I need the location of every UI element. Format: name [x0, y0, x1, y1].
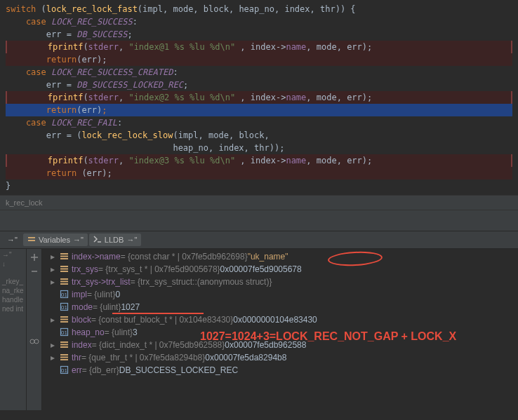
code-line: fprintf(stderr, "index@2 %s %lu %d\n" , …	[6, 91, 512, 104]
variable-row[interactable]: 01impl = {ulint} 0	[45, 288, 515, 301]
svg-rect-15	[60, 281, 68, 283]
variable-row[interactable]: 01heap_no = {ulint} 3	[45, 326, 515, 339]
svg-rect-11	[60, 266, 68, 267]
variable-row[interactable]: 01mode = {ulint} 1027	[45, 301, 515, 313]
svg-rect-0	[28, 237, 35, 238]
code-line: case LOCK_REC_SUCCESS:	[6, 15, 512, 28]
expand-icon[interactable]: ▸	[51, 353, 58, 363]
expand-icon[interactable]: ▸	[51, 315, 58, 325]
svg-rect-30	[60, 357, 68, 358]
svg-rect-16	[60, 283, 68, 285]
variable-row[interactable]: ▸block = {const buf_block_t * | 0x104e83…	[45, 313, 515, 326]
svg-rect-8	[60, 253, 68, 255]
variable-row[interactable]: 01err = {db_err} DB_SUCCESS_LOCKED_REC	[45, 364, 515, 377]
code-line: fprintf(stderr, "index@1 %s %lu %d\n" , …	[6, 41, 512, 53]
debug-tabs: →" Variables →" LLDB →"	[0, 231, 518, 249]
tab-variables[interactable]: Variables →"	[23, 233, 88, 246]
pin-indicator: →"	[3, 234, 22, 245]
primitive-icon: 01	[59, 365, 69, 375]
svg-text:01: 01	[61, 330, 67, 336]
code-line: err = (lock_rec_lock_slow(impl, mode, bl…	[6, 129, 512, 142]
svg-rect-1	[28, 240, 35, 241]
variables-icon	[27, 235, 36, 245]
code-line: fprintf(stderr, "index@3 %s %lu %d\n" , …	[6, 154, 512, 167]
svg-rect-28	[60, 346, 68, 348]
variable-row[interactable]: ▸thr = {que_thr_t * | 0x7fe5da8294b8} 0x…	[45, 351, 515, 364]
pin-icon: →"	[73, 236, 84, 244]
svg-rect-31	[60, 359, 68, 360]
variable-row[interactable]: ▸trx_sys->trx_list = {trx_sys_struct::(a…	[45, 276, 515, 288]
object-icon	[59, 353, 69, 363]
svg-rect-9	[60, 256, 68, 257]
object-icon	[59, 277, 69, 287]
code-editor[interactable]: switch (lock_rec_lock_fast(impl, mode, b…	[0, 0, 518, 195]
expand-icon[interactable]: ▸	[51, 264, 58, 274]
tab-label: Variables	[39, 236, 70, 244]
code-line: switch (lock_rec_lock_fast(impl, mode, b…	[6, 3, 512, 15]
code-line: err = DB_SUCCESS_LOCKED_REC;	[6, 79, 512, 91]
svg-rect-26	[60, 341, 68, 343]
expand-icon[interactable]: ▸	[51, 252, 58, 262]
tab-lldb[interactable]: LLDB →"	[89, 233, 141, 246]
svg-point-7	[34, 339, 39, 344]
variables-pane[interactable]: 1027=1024+3=LOCK_REC_NOT_GAP + LOCK_X ▸i…	[42, 249, 518, 410]
variable-row[interactable]: ▸trx_sys = {trx_sys_t * | 0x7fe5d9005678…	[45, 263, 515, 276]
execution-line: return(err);	[6, 104, 512, 116]
code-line: }	[6, 179, 512, 192]
debug-panel: →" ↓ _rkey_ na_rke handle ned int 1027=1…	[0, 249, 518, 410]
pin-icon: →"	[126, 236, 137, 244]
code-line: heap_no, index, thr));	[6, 142, 512, 154]
breadcrumb[interactable]: k_rec_lock	[0, 195, 518, 210]
console-icon	[93, 235, 102, 245]
tab-label: LLDB	[105, 236, 124, 244]
svg-rect-23	[60, 321, 68, 323]
frames-sidebar[interactable]: →" ↓ _rkey_ na_rke handle ned int	[0, 249, 27, 410]
expand-icon[interactable]: ▸	[51, 340, 58, 350]
svg-text:01: 01	[61, 292, 67, 298]
object-icon	[59, 340, 69, 350]
code-line: case LOCK_REC_FAIL:	[6, 116, 512, 129]
svg-point-6	[30, 339, 34, 344]
code-line: case LOCK_REC_SUCCESS_CREATED:	[6, 66, 512, 79]
object-icon	[59, 264, 69, 274]
svg-rect-29	[60, 354, 68, 355]
code-line: return (err);	[6, 167, 512, 179]
code-line: return(err);	[6, 53, 512, 66]
svg-text:01: 01	[61, 367, 67, 374]
primitive-icon: 01	[59, 302, 69, 312]
svg-rect-12	[60, 269, 68, 270]
panel-divider[interactable]	[0, 210, 518, 231]
variable-row[interactable]: ▸index = {dict_index_t * | 0x7fe5db96258…	[45, 339, 515, 351]
primitive-icon: 01	[59, 327, 69, 337]
code-line: err = DB_SUCCESS;	[6, 28, 512, 41]
svg-rect-21	[60, 316, 68, 318]
variable-row[interactable]: ▸index->name = {const char * | 0x7fe5db9…	[45, 250, 515, 263]
svg-text:01: 01	[61, 304, 67, 311]
svg-rect-27	[60, 344, 68, 346]
svg-rect-14	[60, 278, 68, 280]
add-watch-button[interactable]	[29, 252, 40, 263]
expand-icon[interactable]: ▸	[51, 277, 58, 287]
svg-rect-22	[60, 319, 68, 320]
glasses-icon[interactable]	[29, 336, 40, 347]
svg-rect-13	[60, 271, 68, 272]
object-icon	[59, 315, 69, 325]
remove-watch-button[interactable]	[29, 266, 40, 277]
object-icon	[59, 252, 69, 262]
svg-rect-10	[60, 258, 68, 259]
primitive-icon: 01	[59, 290, 69, 299]
debug-toolbar	[27, 249, 42, 410]
